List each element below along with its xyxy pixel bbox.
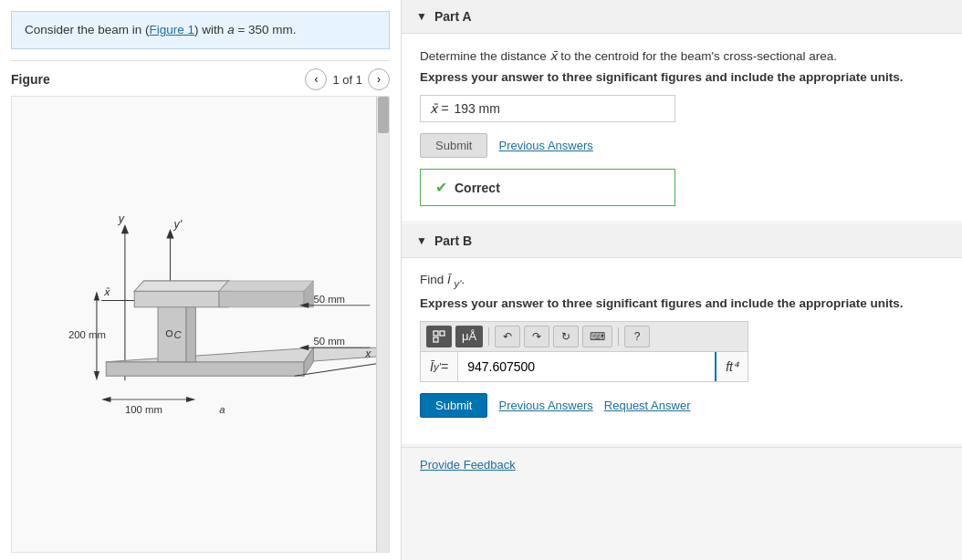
svg-text:C: C xyxy=(174,329,183,340)
part-a-content: Determine the distance x̄ to the centroi… xyxy=(402,34,962,221)
problem-statement: Consider the beam in (Figure 1) with a =… xyxy=(11,11,390,49)
part-a-answer-box: x̄ = 193 mm xyxy=(420,95,675,122)
math-help-button[interactable]: ? xyxy=(624,326,650,347)
part-b-input-unit: ft⁴ xyxy=(715,352,748,381)
part-b-input-label: Ī y' = xyxy=(421,352,458,381)
part-a-answer-value: 193 mm xyxy=(454,101,500,116)
part-a-correct-text: Correct xyxy=(455,181,500,195)
part-b-submit-button[interactable]: Submit xyxy=(420,393,487,418)
svg-text:y: y xyxy=(118,213,125,225)
figure-nav-text: 1 of 1 xyxy=(332,73,362,87)
figure-next-button[interactable]: › xyxy=(368,68,390,90)
part-a-instruction: Express your answer to three significant… xyxy=(420,70,944,84)
part-b-description: Find Ī y'. xyxy=(420,273,944,289)
svg-text:50 mm: 50 mm xyxy=(313,294,345,305)
part-a-submit-button[interactable]: Submit xyxy=(420,133,487,158)
math-redo-button[interactable]: ↷ xyxy=(524,326,549,347)
figure-link[interactable]: Figure 1 xyxy=(150,23,195,36)
figure-image: y y' x̄ xyxy=(11,96,390,553)
figure-title: Figure xyxy=(11,72,50,87)
svg-rect-42 xyxy=(440,331,444,336)
svg-marker-15 xyxy=(134,291,219,307)
svg-text:50 mm: 50 mm xyxy=(313,336,345,347)
part-b-instruction: Express your answer to three significant… xyxy=(420,296,944,310)
part-b-section: ▼ Part B Find Ī y'. Express your answer … xyxy=(402,224,962,443)
part-a-submit-row: Submit Previous Answers xyxy=(420,133,944,158)
figure-nav: ‹ 1 of 1 › xyxy=(305,68,390,90)
svg-marker-16 xyxy=(134,281,228,291)
part-a-title: Part A xyxy=(434,9,472,24)
part-b-title: Part B xyxy=(434,233,472,248)
toolbar-separator-2 xyxy=(618,327,619,346)
svg-text:100 mm: 100 mm xyxy=(125,405,162,416)
part-b-header[interactable]: ▼ Part B xyxy=(402,224,962,258)
part-a-previous-answers-link[interactable]: Previous Answers xyxy=(498,139,592,152)
right-panel: ▼ Part A Determine the distance x̄ to th… xyxy=(402,0,962,560)
figure-container: Figure ‹ 1 of 1 › y y' xyxy=(0,60,401,560)
svg-rect-43 xyxy=(434,337,438,342)
part-a-correct-banner: ✔ Correct xyxy=(420,169,675,206)
part-b-submit-row: Submit Previous Answers Request Answer xyxy=(420,393,944,418)
math-undo-button[interactable]: ↶ xyxy=(495,326,520,347)
figure-prev-button[interactable]: ‹ xyxy=(305,68,327,90)
svg-rect-41 xyxy=(434,331,438,336)
svg-text:a: a xyxy=(219,405,225,416)
part-a-header[interactable]: ▼ Part A xyxy=(402,0,962,34)
beam-svg: y y' x̄ xyxy=(12,97,389,552)
left-panel: Consider the beam in (Figure 1) with a =… xyxy=(0,0,402,560)
svg-text:x: x xyxy=(364,347,371,360)
svg-rect-0 xyxy=(12,212,389,438)
math-refresh-button[interactable]: ↻ xyxy=(553,326,579,347)
part-b-input-field[interactable] xyxy=(458,352,715,381)
part-b-request-answer-link[interactable]: Request Answer xyxy=(604,399,691,412)
svg-marker-9 xyxy=(106,362,304,376)
provide-feedback-section: Provide Feedback xyxy=(402,447,962,481)
part-a-answer-label: x̄ = xyxy=(430,101,448,116)
math-matrix-button[interactable] xyxy=(426,326,452,347)
part-b-previous-answers-link[interactable]: Previous Answers xyxy=(498,399,592,412)
svg-text:200 mm: 200 mm xyxy=(68,329,106,340)
part-a-chevron-icon: ▼ xyxy=(416,10,427,23)
part-a-description: Determine the distance x̄ to the centroi… xyxy=(420,48,944,63)
math-toolbar: μÅ ↶ ↷ ↻ ⌨ ? xyxy=(420,321,748,351)
provide-feedback-link[interactable]: Provide Feedback xyxy=(420,458,516,472)
part-b-math-input-row: Ī y' = ft⁴ xyxy=(420,351,748,382)
part-b-chevron-icon: ▼ xyxy=(416,234,427,247)
part-b-content: Find Ī y'. Express your answer to three … xyxy=(402,258,962,443)
checkmark-icon: ✔ xyxy=(435,179,447,196)
toolbar-separator-1 xyxy=(488,327,489,346)
svg-marker-19 xyxy=(219,281,313,291)
svg-marker-18 xyxy=(219,291,304,307)
math-mu-button[interactable]: μÅ xyxy=(455,326,483,347)
svg-text:y': y' xyxy=(173,218,183,231)
math-keyboard-button[interactable]: ⌨ xyxy=(582,326,612,347)
figure-header: Figure ‹ 1 of 1 › xyxy=(11,60,390,96)
part-a-section: ▼ Part A Determine the distance x̄ to th… xyxy=(402,0,962,221)
